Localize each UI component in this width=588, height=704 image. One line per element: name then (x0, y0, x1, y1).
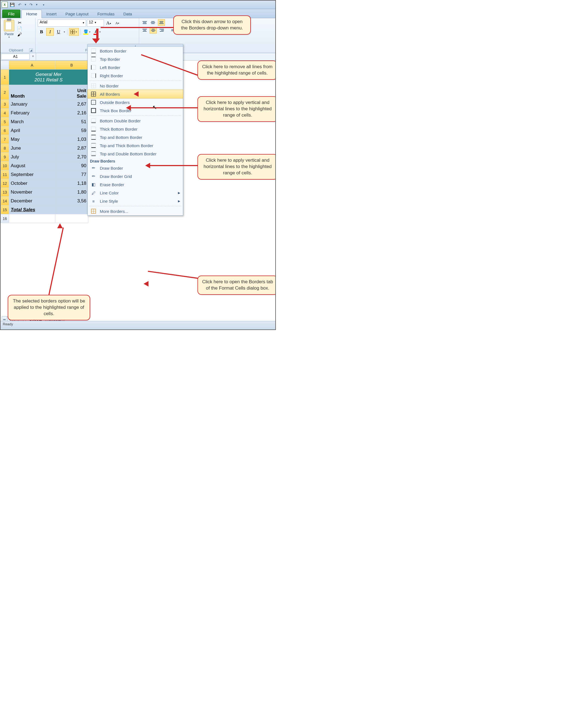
bold-button[interactable]: B (38, 28, 45, 36)
header-units[interactable]: Unit Sale (55, 85, 88, 100)
align-top-button[interactable] (141, 19, 148, 25)
cell-month[interactable]: April (9, 126, 55, 135)
row-header-13[interactable]: 13 (1, 188, 9, 197)
svg-rect-18 (91, 119, 96, 122)
underline-button[interactable]: U (55, 28, 62, 36)
row-header-8[interactable]: 8 (1, 144, 9, 153)
row-header-15[interactable]: 15 (1, 206, 9, 214)
menu-grip[interactable]: ▴ (88, 44, 183, 47)
cell-month[interactable]: February (9, 109, 55, 117)
cell-value[interactable]: 1,80 (55, 188, 88, 197)
row-header-3[interactable]: 3 (1, 100, 9, 109)
italic-button[interactable]: I (46, 28, 54, 36)
menu-top-double-bottom-border[interactable]: Top and Double Bottom Border (88, 150, 183, 158)
borders-dropdown-arrow[interactable]: ▼ (75, 31, 77, 33)
cell-value[interactable]: 1,18 (55, 179, 88, 188)
menu-top-border[interactable]: Top Border (88, 55, 183, 63)
borders-button[interactable]: ▼ (69, 28, 79, 36)
cell-value[interactable]: 59 (55, 126, 88, 135)
cut-button[interactable]: ✂ (16, 20, 22, 25)
menu-draw-border-grid[interactable]: ✏Draw Border Grid (88, 172, 183, 180)
cell-a16[interactable] (9, 214, 55, 223)
row-header-2[interactable]: 2 (1, 85, 9, 100)
row-header-1[interactable]: 1 (1, 70, 9, 85)
cell-value[interactable]: 77 (55, 170, 88, 179)
cell-month[interactable]: March (9, 117, 55, 126)
cell-month[interactable]: July (9, 153, 55, 162)
menu-top-thick-bottom-border[interactable]: Top and Thick Bottom Border (88, 141, 183, 150)
font-name-select[interactable]: Arial▼ (38, 19, 86, 27)
menu-thick-bottom-border[interactable]: Thick Bottom Border (88, 125, 183, 133)
cell-value[interactable]: 2,16 (55, 109, 88, 117)
cell-month[interactable]: June (9, 144, 55, 153)
clipboard-dialog-launcher[interactable]: ◢ (29, 48, 33, 52)
cell-value[interactable]: 2,70 (55, 153, 88, 162)
menu-outside-borders[interactable]: Outside Borders (88, 98, 183, 106)
undo-button[interactable]: ↶ (16, 2, 23, 8)
cell-value[interactable]: 3,56 (55, 197, 88, 206)
redo-button[interactable]: ↷ (28, 2, 35, 8)
qat-customize[interactable]: ▾ (43, 3, 44, 6)
select-all-corner[interactable] (1, 61, 9, 70)
menu-bottom-border[interactable]: Bottom Border (88, 47, 183, 55)
total-label-cell[interactable]: Total Sales (9, 206, 55, 214)
grow-font-button[interactable]: A▴ (105, 19, 113, 27)
menu-erase-border[interactable]: ◧Erase Border (88, 180, 183, 189)
row-header-9[interactable]: 9 (1, 153, 9, 162)
row-header-6[interactable]: 6 (1, 126, 9, 135)
row-header-4[interactable]: 4 (1, 109, 9, 117)
menu-no-border[interactable]: No Border (88, 82, 183, 90)
align-bottom-button[interactable] (158, 19, 165, 26)
align-middle-button[interactable] (150, 19, 156, 25)
undo-dropdown[interactable]: ▼ (24, 3, 27, 6)
row-header-16[interactable]: 16 (1, 214, 9, 223)
menu-line-color[interactable]: 🖊Line Color▶ (88, 189, 183, 197)
title-cell[interactable]: General Mer 2011 Retail S (9, 70, 88, 85)
save-button[interactable]: 💾 (9, 2, 15, 8)
header-month[interactable]: Month (9, 85, 55, 100)
col-header-b[interactable]: B (55, 61, 88, 70)
col-header-a[interactable]: A (9, 61, 55, 70)
redo-dropdown[interactable]: ▼ (36, 3, 38, 6)
fill-color-button[interactable]: 🪣 ▼ (82, 28, 92, 36)
align-right-button[interactable] (159, 27, 165, 33)
menu-bottom-double-border[interactable]: Bottom Double Border (88, 117, 183, 125)
cell-month[interactable]: August (9, 162, 55, 170)
format-painter-button[interactable]: 🖌 (16, 32, 22, 38)
cell-b16[interactable] (55, 214, 88, 223)
copy-button[interactable]: 📄 (16, 26, 22, 32)
cell-value[interactable]: 90 (55, 162, 88, 170)
name-box[interactable]: A1 (1, 54, 30, 60)
row-header-14[interactable]: 14 (1, 197, 9, 206)
shrink-font-button[interactable]: A▾ (113, 19, 121, 27)
tab-home[interactable]: Home (21, 10, 42, 18)
menu-right-border[interactable]: Right Border (88, 71, 183, 80)
tab-file[interactable]: File (2, 10, 20, 18)
cell-value[interactable]: 2,87 (55, 144, 88, 153)
font-size-select[interactable]: 12 ▼ (87, 19, 104, 27)
cell-month[interactable]: May (9, 135, 55, 144)
cell-value[interactable]: 2,67 (55, 100, 88, 109)
row-header-7[interactable]: 7 (1, 135, 9, 144)
cell-month[interactable]: September (9, 170, 55, 179)
paste-button[interactable]: Paste ▼ (3, 19, 15, 39)
menu-more-borders[interactable]: More Borders... (88, 207, 183, 215)
cell-value[interactable]: 51 (55, 117, 88, 126)
cell-month[interactable]: October (9, 179, 55, 188)
cell-month[interactable]: January (9, 100, 55, 109)
total-value-cell[interactable] (55, 206, 88, 214)
row-header-11[interactable]: 11 (1, 170, 9, 179)
cell-month[interactable]: December (9, 197, 55, 206)
row-header-10[interactable]: 10 (1, 162, 9, 170)
menu-top-bottom-border[interactable]: Top and Bottom Border (88, 133, 183, 141)
tab-insert[interactable]: Insert (42, 10, 61, 18)
align-left-button[interactable] (141, 27, 148, 33)
cell-value[interactable]: 1,03 (55, 135, 88, 144)
row-header-12[interactable]: 12 (1, 179, 9, 188)
tab-formulas[interactable]: Formulas (93, 10, 119, 18)
tab-data[interactable]: Data (119, 10, 136, 18)
cell-month[interactable]: November (9, 188, 55, 197)
tab-page-layout[interactable]: Page Layout (61, 10, 93, 18)
menu-line-style[interactable]: ≡Line Style▶ (88, 197, 183, 205)
row-header-5[interactable]: 5 (1, 117, 9, 126)
